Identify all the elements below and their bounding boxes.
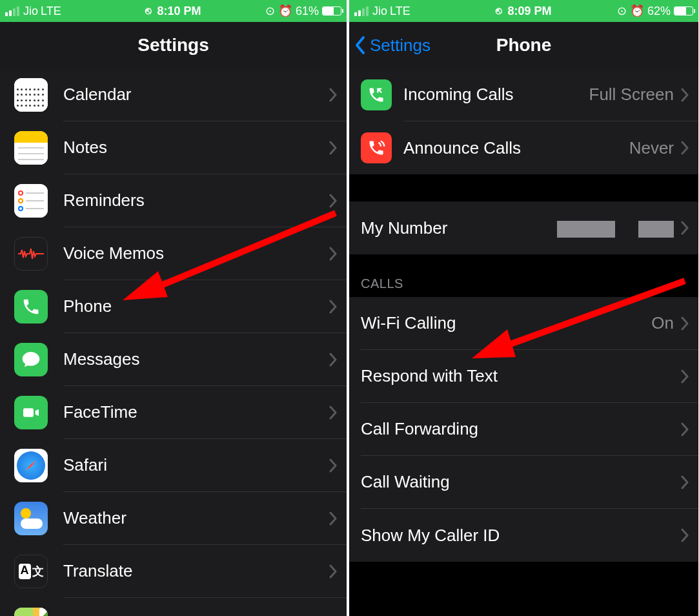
row-label: Respond with Text bbox=[361, 366, 498, 386]
row-my-number[interactable]: My Number bbox=[349, 201, 698, 254]
alarm-icon: ⏰ bbox=[278, 4, 292, 18]
screenshot-phone-settings: Jio LTE ⎋ 8:09 PM ⊙ ⏰ 62% Settings Phone… bbox=[349, 0, 698, 616]
nav-bar: Settings Phone bbox=[349, 22, 698, 68]
chevron-right-icon bbox=[329, 458, 338, 473]
status-bar: Jio LTE ⎋ 8:10 PM ⊙ ⏰ 61% bbox=[0, 0, 347, 22]
row-call-waiting[interactable]: Call Waiting bbox=[349, 456, 698, 509]
row-label: Weather bbox=[63, 508, 127, 528]
page-title: Phone bbox=[496, 35, 552, 56]
row-label: Announce Calls bbox=[403, 138, 521, 158]
phone-icon bbox=[14, 290, 48, 323]
row-show-caller-id[interactable]: Show My Caller ID bbox=[349, 509, 698, 562]
row-label: FaceTime bbox=[63, 402, 137, 422]
chevron-right-icon bbox=[329, 511, 338, 526]
chevron-right-icon bbox=[680, 141, 689, 155]
row-translate[interactable]: A文Translate bbox=[0, 545, 347, 598]
row-label: Notes bbox=[63, 138, 107, 158]
battery-icon bbox=[674, 6, 693, 15]
orientation-lock-icon: ⊙ bbox=[617, 4, 627, 18]
battery-label: 61% bbox=[296, 5, 319, 18]
row-value: Never bbox=[629, 138, 674, 158]
row-messages[interactable]: Messages bbox=[0, 333, 347, 386]
carrier-label: Jio bbox=[23, 5, 38, 18]
row-label: Show My Caller ID bbox=[361, 526, 500, 546]
chevron-right-icon bbox=[329, 88, 338, 102]
row-announce-calls[interactable]: Announce CallsNever bbox=[349, 121, 698, 174]
chevron-right-icon bbox=[329, 300, 338, 314]
row-safari[interactable]: Safari bbox=[0, 439, 347, 492]
weather-icon bbox=[14, 502, 48, 535]
orientation-lock-icon: ⊙ bbox=[265, 4, 275, 18]
status-bar: Jio LTE ⎋ 8:09 PM ⊙ ⏰ 62% bbox=[349, 0, 698, 22]
hotspot-icon: ⎋ bbox=[496, 5, 502, 17]
notes-icon bbox=[14, 131, 48, 165]
signal-icon bbox=[5, 6, 19, 16]
row-facetime[interactable]: FaceTime bbox=[0, 386, 347, 439]
chevron-right-icon bbox=[680, 475, 689, 489]
chevron-right-icon bbox=[680, 528, 689, 542]
chevron-right-icon bbox=[680, 88, 689, 102]
translate-icon: A文 bbox=[14, 555, 48, 588]
chevron-right-icon bbox=[329, 194, 338, 208]
row-weather[interactable]: Weather bbox=[0, 492, 347, 545]
row-label: My Number bbox=[361, 218, 447, 238]
row-incoming-calls[interactable]: Incoming CallsFull Screen bbox=[349, 68, 698, 121]
row-value: Full Screen bbox=[589, 85, 674, 105]
incoming-calls-icon bbox=[361, 79, 392, 110]
clock-label: 8:09 PM bbox=[507, 5, 551, 18]
nav-bar: Settings bbox=[0, 22, 347, 68]
row-label: Reminders bbox=[63, 190, 145, 210]
row-maps[interactable]: Maps bbox=[0, 598, 347, 616]
voice-memos-icon bbox=[14, 237, 48, 271]
chevron-right-icon bbox=[680, 221, 689, 235]
row-reminders[interactable]: Reminders bbox=[0, 174, 347, 227]
maps-icon bbox=[14, 608, 48, 616]
row-voice-memos[interactable]: Voice Memos bbox=[0, 227, 347, 280]
row-label: Call Waiting bbox=[361, 472, 450, 492]
row-call-forwarding[interactable]: Call Forwarding bbox=[349, 403, 698, 456]
row-label: Call Forwarding bbox=[361, 419, 478, 439]
page-title: Settings bbox=[137, 35, 208, 56]
calendar-icon bbox=[14, 78, 48, 112]
row-label: Translate bbox=[63, 561, 132, 581]
clock-label: 8:10 PM bbox=[157, 5, 201, 18]
hotspot-icon: ⎋ bbox=[145, 5, 152, 17]
reminders-icon bbox=[14, 184, 48, 218]
chevron-right-icon bbox=[680, 422, 689, 436]
row-label: Calendar bbox=[63, 85, 132, 105]
row-label: Safari bbox=[63, 455, 107, 475]
alarm-icon: ⏰ bbox=[630, 4, 644, 18]
row-label: Voice Memos bbox=[63, 243, 164, 263]
facetime-icon bbox=[14, 396, 48, 429]
row-value-redacted bbox=[557, 218, 674, 238]
row-label: Incoming Calls bbox=[403, 85, 514, 105]
network-label: LTE bbox=[390, 5, 410, 18]
chevron-right-icon bbox=[329, 247, 338, 261]
settings-list[interactable]: CalendarNotesRemindersVoice MemosPhoneMe… bbox=[0, 68, 347, 616]
screenshot-settings: Jio LTE ⎋ 8:10 PM ⊙ ⏰ 61% Settings Calen… bbox=[0, 0, 349, 616]
row-wifi-calling[interactable]: Wi-Fi CallingOn bbox=[349, 297, 698, 350]
carrier-label: Jio bbox=[372, 5, 387, 18]
back-label: Settings bbox=[370, 36, 431, 56]
chevron-right-icon bbox=[680, 316, 689, 331]
row-value: On bbox=[651, 313, 674, 333]
network-label: LTE bbox=[41, 5, 61, 18]
row-respond-with-text[interactable]: Respond with Text bbox=[349, 350, 698, 403]
row-calendar[interactable]: Calendar bbox=[0, 68, 347, 121]
chevron-right-icon bbox=[329, 141, 338, 155]
messages-icon bbox=[14, 343, 48, 376]
row-label: Messages bbox=[63, 349, 140, 369]
chevron-right-icon bbox=[329, 564, 338, 579]
row-phone[interactable]: Phone bbox=[0, 280, 347, 333]
section-header-calls: CALLS bbox=[349, 254, 698, 297]
svg-rect-0 bbox=[23, 408, 34, 416]
row-notes[interactable]: Notes bbox=[0, 121, 347, 174]
announce-calls-icon bbox=[361, 132, 392, 163]
chevron-right-icon bbox=[329, 353, 338, 367]
signal-icon bbox=[354, 6, 369, 16]
battery-label: 62% bbox=[647, 5, 671, 18]
chevron-right-icon bbox=[680, 369, 689, 384]
svg-marker-2 bbox=[26, 460, 36, 471]
row-label: Wi-Fi Calling bbox=[361, 313, 456, 333]
back-button[interactable]: Settings bbox=[354, 36, 431, 56]
